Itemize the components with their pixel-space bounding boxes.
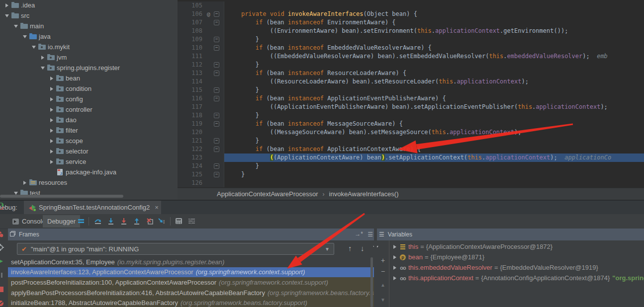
code-line[interactable]: 125− } (178, 170, 644, 179)
code-line[interactable]: 115− } (178, 86, 644, 94)
code-line[interactable]: 120 ((MessageSourceAware) bean).setMessa… (178, 128, 644, 137)
execution-point-line[interactable]: 123 ((ApplicationContextAware) bean).set… (178, 154, 644, 162)
line-number[interactable]: 126 (178, 179, 202, 187)
editor-gutter-cell[interactable]: 118− (178, 111, 224, 120)
close-tab-icon[interactable]: × (155, 204, 159, 211)
prev-frame-button[interactable]: ↑ (348, 244, 352, 252)
view-breakpoints-icon[interactable] (0, 230, 4, 238)
tree-collapsed-arrow-icon[interactable] (48, 77, 56, 80)
expand-arrow-icon[interactable] (391, 266, 398, 270)
editor-gutter-cell[interactable]: 116− (178, 94, 224, 103)
line-number[interactable]: 118 (178, 111, 202, 120)
mute-breakpoints-icon[interactable] (0, 299, 4, 307)
line-number[interactable]: 125 (178, 170, 202, 179)
variable-row[interactable]: oothis.embeddedValueResolver={EmbeddedVa… (389, 262, 644, 273)
fold-open-icon[interactable]: − (214, 147, 219, 152)
tree-collapsed-arrow-icon[interactable] (48, 139, 56, 143)
line-number[interactable]: 114 (178, 77, 202, 86)
editor-gutter-cell[interactable]: 120 (178, 128, 224, 137)
editor-gutter-cell[interactable]: 107− (178, 18, 224, 27)
code-line[interactable]: 113− if (bean instanceof ResourceLoaderA… (178, 69, 644, 77)
frames-scrollbar[interactable] (370, 257, 373, 307)
tree-expanded-arrow-icon[interactable] (3, 14, 11, 17)
tree-item-dao[interactable]: dao (0, 115, 178, 125)
variable-row[interactable]: pbean={Employee@1871} (389, 252, 644, 262)
force-step-into-icon[interactable] (119, 217, 128, 226)
tree-collapsed-arrow-icon[interactable] (48, 87, 56, 91)
tree-item-bean[interactable]: bean (0, 73, 178, 83)
code-line[interactable]: 106@− private void invokeAwareInterfaces… (178, 10, 644, 18)
expand-arrow-icon[interactable] (391, 255, 398, 259)
tree-collapsed-arrow-icon[interactable] (48, 129, 56, 133)
tree-item-resources[interactable]: resources (0, 177, 178, 188)
trace-settings-icon[interactable] (187, 217, 196, 226)
evaluate-expression-icon[interactable] (174, 217, 183, 226)
line-number[interactable]: 106 (178, 10, 202, 18)
tree-expanded-arrow-icon[interactable] (21, 35, 29, 38)
code-line[interactable]: 109− } (178, 35, 644, 44)
editor-gutter-cell[interactable]: 126 (178, 179, 224, 187)
line-number[interactable]: 123 (178, 154, 202, 162)
fold-open-icon[interactable]: − (214, 20, 219, 25)
editor-gutter-cell[interactable]: 119− (178, 120, 224, 128)
editor-gutter-cell[interactable]: 110− (178, 44, 224, 52)
rerun-icon[interactable] (0, 202, 4, 210)
tree-item-package-info-java[interactable]: package-info.java (0, 167, 178, 177)
code-line[interactable]: 111 ((EmbeddedValueResolverAware) bean).… (178, 52, 644, 61)
add-watch-button[interactable]: + (377, 256, 389, 264)
tree-collapsed-arrow-icon[interactable] (48, 97, 56, 101)
tree-horizontal-scrollbar[interactable] (0, 195, 123, 198)
tree-item-java[interactable]: java (0, 31, 178, 42)
frame-row-selected[interactable]: invokeAwareInterfaces:123, ApplicationCo… (8, 267, 374, 278)
editor-gutter-cell[interactable]: 113− (178, 69, 224, 77)
frame-row[interactable]: initializeBean:1788, AbstractAutowireCap… (8, 298, 374, 307)
line-number[interactable]: 116 (178, 94, 202, 103)
editor-gutter-cell[interactable]: 115− (178, 86, 224, 94)
editor-gutter-cell[interactable]: 124− (178, 162, 224, 170)
breadcrumb-method[interactable]: invokeAwareInterfaces() (329, 190, 399, 198)
line-number[interactable]: 117 (178, 103, 202, 111)
tree-collapsed-arrow-icon[interactable] (48, 150, 56, 154)
tree-item-io-mykit[interactable]: io.mykit (0, 42, 178, 52)
line-number[interactable]: 113 (178, 69, 202, 77)
tree-item-src[interactable]: src (0, 10, 178, 21)
frame-row[interactable]: setApplicationContext:35, Employee(io.my… (8, 257, 374, 267)
editor-gutter-cell[interactable]: 117 (178, 103, 224, 111)
code-line[interactable]: 124− } (178, 162, 644, 170)
remove-watch-button[interactable]: − (377, 267, 389, 275)
code-line[interactable]: 107− if (bean instanceof EnvironmentAwar… (178, 18, 644, 27)
tree-item-spring-plugins-register[interactable]: spring.plugins.register (0, 63, 178, 73)
next-frame-button[interactable]: ↓ (361, 244, 365, 252)
pause-program-icon[interactable] (0, 271, 4, 279)
fold-open-icon[interactable]: − (214, 45, 219, 51)
code-editor[interactable]: 105106@− private void invokeAwareInterfa… (178, 0, 644, 188)
code-line[interactable]: 119− if (bean instanceof MessageSourceAw… (178, 120, 644, 128)
editor-gutter-cell[interactable]: 125− (178, 170, 224, 179)
tree-collapsed-arrow-icon[interactable] (48, 160, 56, 164)
code-line[interactable]: 108 ((EnvironmentAware) bean).setEnviron… (178, 27, 644, 35)
editor-gutter-cell[interactable]: 111 (178, 52, 224, 61)
frame-row[interactable]: applyBeanPostProcessorsBeforeInitializat… (8, 288, 374, 298)
tree-item-jvm[interactable]: jvm (0, 52, 178, 63)
tree-collapsed-arrow-icon[interactable] (48, 118, 56, 122)
line-number[interactable]: 110 (178, 44, 202, 52)
debug-session-tab[interactable]: SpringBeanTest.testAnnotationConfig2 × (24, 201, 161, 214)
fold-open-icon[interactable]: − (214, 96, 219, 101)
stop-icon[interactable] (0, 285, 4, 293)
step-into-icon[interactable] (106, 217, 115, 226)
editor-gutter-cell[interactable]: 112− (178, 61, 224, 69)
line-number[interactable]: 111 (178, 52, 202, 61)
fold-close-icon[interactable]: − (214, 62, 219, 68)
editor-gutter-cell[interactable]: 122− (178, 145, 224, 154)
variable-row[interactable]: oothis.applicationContext={AnnotationCon… (389, 273, 644, 283)
fold-close-icon[interactable]: − (214, 163, 219, 169)
frame-row[interactable]: postProcessBeforeInitialization:100, App… (8, 277, 374, 288)
line-number[interactable]: 124 (178, 162, 202, 170)
code-line[interactable]: 116− if (bean instanceof ApplicationEven… (178, 94, 644, 103)
code-line[interactable]: 110− if (bean instanceof EmbeddedValueRe… (178, 44, 644, 52)
pin-icon[interactable]: →* (355, 230, 363, 237)
tree-expanded-arrow-icon[interactable] (30, 46, 38, 49)
resume-program-icon[interactable] (0, 257, 4, 265)
tree-item-config[interactable]: config (0, 94, 178, 104)
code-line[interactable]: 121− } (178, 137, 644, 145)
